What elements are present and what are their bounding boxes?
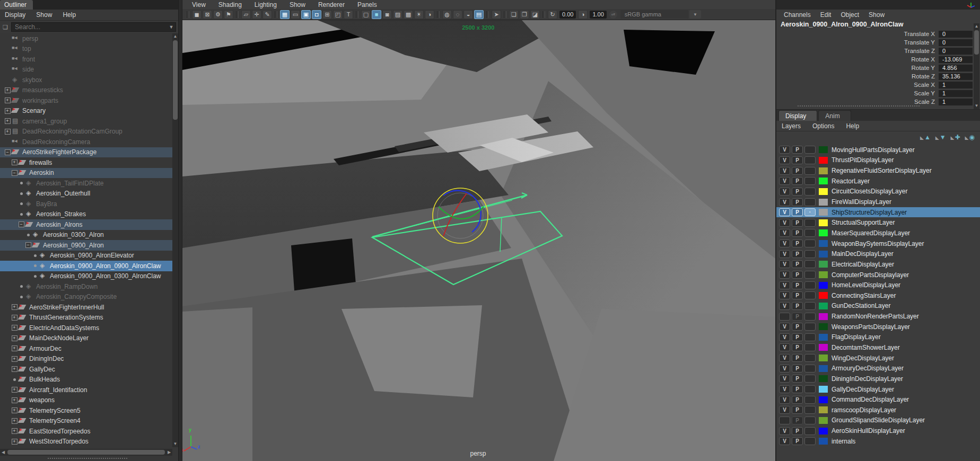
- layer-playback-toggle[interactable]: P: [792, 188, 803, 196]
- tree-item-GallyDec[interactable]: +GallyDec: [0, 364, 172, 375]
- layer-playback-toggle[interactable]: P: [792, 323, 803, 331]
- layer-row-ShipStructureDisplayLayer[interactable]: VP·ShipStructureDisplayLayer: [776, 207, 980, 218]
- layer-color-swatch[interactable]: [819, 157, 828, 164]
- layer-color-swatch[interactable]: [819, 313, 828, 320]
- scroll-left-icon[interactable]: ◀: [0, 450, 6, 455]
- depth-of-field-icon[interactable]: ◒: [463, 10, 473, 19]
- layer-color-swatch[interactable]: [819, 271, 828, 278]
- layer-playback-toggle[interactable]: P: [792, 240, 803, 247]
- menu-options[interactable]: Options: [812, 122, 834, 130]
- expand-icon[interactable]: +: [10, 397, 19, 403]
- layer-display-type-toggle[interactable]: ·: [804, 198, 816, 206]
- attribute-value-field[interactable]: 1: [939, 82, 973, 88]
- tree-item-MainDeckNodeLayer[interactable]: +MainDeckNodeLayer: [0, 333, 172, 344]
- color-management-off-icon[interactable]: off: [609, 11, 617, 19]
- layer-color-swatch[interactable]: [819, 199, 828, 206]
- tree-item-WestStoredTorpedos[interactable]: +WestStoredTorpedos: [0, 437, 172, 447]
- layer-color-swatch[interactable]: [819, 417, 828, 424]
- layer-display-type-toggle[interactable]: ·: [804, 354, 816, 362]
- layer-visibility-toggle[interactable]: V: [779, 177, 790, 185]
- menu-object[interactable]: Object: [841, 11, 859, 19]
- tree-item-firewalls[interactable]: +firewalls: [0, 157, 172, 168]
- layer-visibility-toggle[interactable]: V: [779, 416, 790, 424]
- tree-item-ElectricAndDataSystems[interactable]: +ElectricAndDataSystems: [0, 323, 172, 333]
- layer-playback-toggle[interactable]: P: [792, 146, 803, 154]
- layer-visibility-toggle[interactable]: V: [779, 291, 790, 299]
- layer-visibility-toggle[interactable]: V: [779, 427, 790, 435]
- grid-icon[interactable]: ▦: [280, 10, 290, 19]
- layer-display-type-toggle[interactable]: ·: [804, 240, 816, 247]
- tree-item-AeroStrikeFighterInnerHull[interactable]: +AeroStrikeFighterInnerHull: [0, 302, 172, 313]
- layer-visibility-toggle[interactable]: V: [779, 250, 790, 258]
- layer-playback-toggle[interactable]: P: [792, 416, 803, 424]
- layer-row-RandomNonRenderPartsLayer[interactable]: VP·RandomNonRenderPartsLayer: [776, 311, 980, 322]
- tab-anim[interactable]: Anim: [818, 110, 851, 121]
- layer-color-swatch[interactable]: [819, 188, 828, 195]
- tree-item-Aeroskin_0900_Alron_0300_AlronClaw[interactable]: Aeroskin_0900_Alron_0300_AlronClaw: [0, 271, 172, 282]
- tree-item-Aeroskin_0900_AlronElevator[interactable]: Aeroskin_0900_AlronElevator: [0, 251, 172, 261]
- layer-playback-toggle[interactable]: P: [792, 167, 803, 175]
- layer-display-type-toggle[interactable]: ·: [804, 219, 816, 227]
- attribute-value-field[interactable]: 35.136: [939, 73, 973, 80]
- layer-display-type-toggle[interactable]: ·: [804, 281, 816, 289]
- tree-item-BayBra[interactable]: BayBra: [0, 199, 172, 209]
- expand-icon[interactable]: +: [10, 315, 19, 321]
- safe-title-icon[interactable]: T: [344, 10, 353, 19]
- menu-channels[interactable]: Channels: [784, 11, 811, 19]
- tree-item-Aeroskin_RampDown[interactable]: Aeroskin_RampDown: [0, 281, 172, 292]
- layer-row-ReactorLayer[interactable]: VP·ReactorLayer: [776, 176, 980, 187]
- layer-color-swatch[interactable]: [819, 251, 828, 258]
- layer-visibility-toggle[interactable]: V: [779, 188, 790, 196]
- layer-playback-toggle[interactable]: P: [792, 437, 803, 445]
- occlusion-icon[interactable]: ◍: [442, 10, 452, 19]
- layer-display-type-toggle[interactable]: ·: [804, 313, 816, 321]
- tree-item-DeadReckoningRotationCamGroup[interactable]: +DeadReckoningRotationCamGroup: [0, 127, 172, 137]
- layer-row-MovingHullPartsDisplayLayer[interactable]: VP·MovingHullPartsDisplayLayer: [776, 145, 980, 155]
- expand-icon[interactable]: +: [3, 118, 12, 124]
- layer-playback-toggle[interactable]: P: [792, 250, 803, 258]
- tree-item-ArmourDec[interactable]: +ArmourDec: [0, 343, 172, 354]
- snapshot-icon[interactable]: ◪: [530, 10, 540, 19]
- layer-visibility-toggle[interactable]: V: [779, 156, 790, 164]
- tree-item-Aeroskin_0300_Alron[interactable]: Aeroskin_0300_Alron: [0, 230, 172, 241]
- layer-visibility-toggle[interactable]: V: [779, 343, 790, 351]
- tree-item-skybox[interactable]: skybox: [0, 75, 172, 85]
- layer-visibility-toggle[interactable]: V: [779, 302, 790, 310]
- layer-row-WeaponBaySytemsDisplayLayer[interactable]: VP·WeaponBaySytemsDisplayLayer: [776, 238, 980, 249]
- layer-display-type-toggle[interactable]: ·: [804, 167, 816, 175]
- layer-row-ArmouryDecDisplayLayer[interactable]: VP·ArmouryDecDisplayLayer: [776, 363, 980, 374]
- anti-alias-icon[interactable]: ▤: [474, 10, 484, 19]
- menu-panels[interactable]: Panels: [357, 1, 377, 8]
- layer-visibility-toggle[interactable]: V: [779, 229, 790, 237]
- layer-row-ElectricalDisplayLayer[interactable]: VP·ElectricalDisplayLayer: [776, 259, 980, 270]
- layer-visibility-toggle[interactable]: V: [779, 198, 790, 206]
- tree-item-top[interactable]: top: [0, 44, 172, 55]
- layer-playback-toggle[interactable]: P: [792, 313, 803, 321]
- menu-shading[interactable]: Shading: [218, 1, 242, 8]
- layer-row-MaserSquaredDisplayLayer[interactable]: VP·MaserSquaredDisplayLayer: [776, 228, 980, 238]
- expand-icon[interactable]: +: [10, 439, 19, 445]
- safe-action-icon[interactable]: ◰: [333, 10, 343, 19]
- tree-item-Scenary[interactable]: +Scenary: [0, 106, 172, 117]
- layer-visibility-toggle[interactable]: V: [779, 406, 790, 414]
- view-copy-icon[interactable]: ❐: [520, 10, 529, 19]
- menu-show[interactable]: Show: [36, 11, 52, 19]
- layer-visibility-toggle[interactable]: V: [779, 396, 790, 404]
- layer-playback-toggle[interactable]: P: [792, 385, 803, 393]
- layer-visibility-toggle[interactable]: V: [779, 146, 790, 154]
- layer-visibility-toggle[interactable]: V: [779, 385, 790, 393]
- scroll-up-icon[interactable]: ▲: [974, 23, 979, 30]
- layer-playback-toggle[interactable]: P: [792, 427, 803, 435]
- menu-help[interactable]: Help: [846, 122, 859, 130]
- layer-row-ThrustPitDisplayLayer[interactable]: VP·ThrustPitDisplayLayer: [776, 155, 980, 166]
- tree-item-ThrustGenerationSystems[interactable]: +ThrustGenerationSystems: [0, 313, 172, 323]
- layer-color-swatch[interactable]: [819, 365, 828, 372]
- layer-display-type-toggle[interactable]: ·: [804, 365, 816, 373]
- layer-row-internals[interactable]: VP·internals: [776, 436, 980, 447]
- layer-row-ConnectingStairsLayer[interactable]: VP·ConnectingStairsLayer: [776, 290, 980, 301]
- scroll-down-icon[interactable]: ▼: [172, 441, 178, 447]
- shadows-icon[interactable]: ◑: [425, 10, 434, 19]
- layer-row-RegenativeFluidSorterDisplayLayer[interactable]: VP·RegenativeFluidSorterDisplayLayer: [776, 165, 980, 176]
- layer-playback-toggle[interactable]: P: [792, 156, 803, 164]
- expand-icon[interactable]: +: [3, 87, 12, 93]
